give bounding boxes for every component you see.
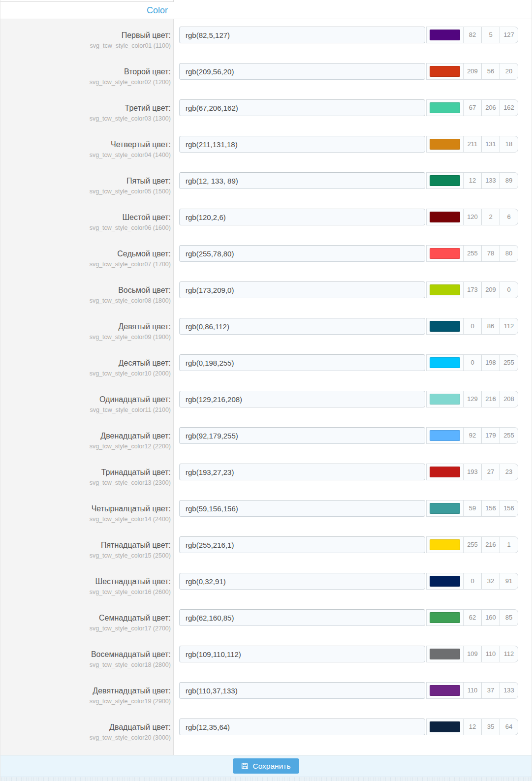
top-strip xyxy=(0,0,532,2)
color-swatch[interactable] xyxy=(426,99,464,116)
swatch-group: 193 27 23 xyxy=(426,464,518,480)
field-code: svg_tcw_style_color15 (2500) xyxy=(0,552,171,560)
field-label: Шестой цвет: xyxy=(0,213,171,222)
field-code: svg_tcw_style_color10 (2000) xyxy=(0,370,171,377)
red-value: 255 xyxy=(464,536,482,553)
blue-value: 64 xyxy=(500,719,518,735)
color-row: Первый цвет: svg_tcw_style_color01 (1100… xyxy=(0,27,532,63)
color-row: Шестнадцатый цвет: svg_tcw_style_color16… xyxy=(0,573,532,609)
red-value: 129 xyxy=(464,391,482,407)
form-rows: Первый цвет: svg_tcw_style_color01 (1100… xyxy=(0,19,532,755)
rgb-input[interactable] xyxy=(179,682,425,699)
color-swatch-fill xyxy=(430,248,460,259)
field-code: svg_tcw_style_color16 (2600) xyxy=(0,589,171,596)
green-value: 209 xyxy=(482,281,500,298)
rgb-input[interactable] xyxy=(179,464,425,480)
red-value: 0 xyxy=(464,318,482,335)
tab-color[interactable]: Color xyxy=(0,2,174,19)
color-swatch[interactable] xyxy=(426,281,464,298)
color-swatch[interactable] xyxy=(426,63,464,80)
green-value: 156 xyxy=(482,500,500,517)
color-row: Второй цвет: svg_tcw_style_color02 (1200… xyxy=(0,63,532,99)
rgb-input[interactable] xyxy=(179,391,425,407)
red-value: 12 xyxy=(464,172,482,189)
rgb-input[interactable] xyxy=(179,427,425,444)
swatch-group: 62 160 85 xyxy=(426,609,518,626)
row-label: Двадцатый цвет: svg_tcw_style_color20 (3… xyxy=(0,719,174,755)
field-code: svg_tcw_style_color04 (1400) xyxy=(0,152,171,159)
color-swatch[interactable] xyxy=(426,172,464,189)
rgb-input[interactable] xyxy=(179,245,425,262)
swatch-group: 0 198 255 xyxy=(426,354,518,371)
red-value: 92 xyxy=(464,427,482,444)
field-label: Девятнадцатый цвет: xyxy=(0,686,171,695)
blue-value: 0 xyxy=(500,281,518,298)
color-swatch[interactable] xyxy=(426,209,464,225)
row-content: 209 56 20 xyxy=(174,63,532,99)
row-content: 0 86 112 xyxy=(174,318,532,354)
green-value: 86 xyxy=(482,318,500,335)
color-swatch[interactable] xyxy=(426,536,464,553)
red-value: 59 xyxy=(464,500,482,517)
color-row: Одинадцатый цвет: svg_tcw_style_color11 … xyxy=(0,391,532,427)
rgb-input[interactable] xyxy=(179,609,425,626)
color-swatch[interactable] xyxy=(426,136,464,153)
row-content: 12 133 89 xyxy=(174,172,532,209)
rgb-input[interactable] xyxy=(179,136,425,153)
rgb-input[interactable] xyxy=(179,281,425,298)
rgb-input[interactable] xyxy=(179,172,425,189)
rgb-input[interactable] xyxy=(179,500,425,517)
rgb-input[interactable] xyxy=(179,63,425,80)
rgb-input[interactable] xyxy=(179,99,425,116)
field-label: Седьмой цвет: xyxy=(0,249,171,258)
green-value: 78 xyxy=(482,245,500,262)
rgb-input[interactable] xyxy=(179,536,425,553)
rgb-input[interactable] xyxy=(179,27,425,43)
row-content: 92 179 255 xyxy=(174,427,532,464)
swatch-group: 211 131 18 xyxy=(426,136,518,153)
rgb-input[interactable] xyxy=(179,573,425,590)
red-value: 12 xyxy=(464,719,482,735)
green-value: 56 xyxy=(482,63,500,80)
swatch-group: 82 5 127 xyxy=(426,27,518,43)
color-swatch[interactable] xyxy=(426,27,464,43)
blue-value: 162 xyxy=(500,99,518,116)
field-label: Двенадцатый цвет: xyxy=(0,431,171,440)
row-label: Двенадцатый цвет: svg_tcw_style_color12 … xyxy=(0,427,174,464)
field-label: Третий цвет: xyxy=(0,103,171,113)
color-swatch[interactable] xyxy=(426,318,464,335)
rgb-input[interactable] xyxy=(179,719,425,735)
color-swatch[interactable] xyxy=(426,427,464,444)
swatch-group: 255 216 1 xyxy=(426,536,518,553)
color-swatch[interactable] xyxy=(426,609,464,626)
color-swatch-fill xyxy=(430,649,460,659)
color-swatch[interactable] xyxy=(426,391,464,407)
color-swatch[interactable] xyxy=(426,464,464,480)
row-content: 173 209 0 xyxy=(174,281,532,318)
save-button-label: Сохранить xyxy=(252,762,290,771)
save-button[interactable]: Сохранить xyxy=(233,758,299,774)
rgb-input[interactable] xyxy=(179,646,425,662)
color-swatch[interactable] xyxy=(426,573,464,590)
color-swatch[interactable] xyxy=(426,354,464,371)
tab-bar: Color xyxy=(0,2,532,19)
red-value: 62 xyxy=(464,609,482,626)
color-row: Пятнадцатый цвет: svg_tcw_style_color15 … xyxy=(0,536,532,573)
red-value: 109 xyxy=(464,646,482,662)
color-swatch[interactable] xyxy=(426,500,464,517)
row-label: Первый цвет: svg_tcw_style_color01 (1100… xyxy=(0,27,174,63)
color-swatch[interactable] xyxy=(426,245,464,262)
rgb-input[interactable] xyxy=(179,354,425,371)
color-swatch[interactable] xyxy=(426,719,464,735)
swatch-group: 209 56 20 xyxy=(426,63,518,80)
green-value: 110 xyxy=(482,646,500,662)
rgb-input[interactable] xyxy=(179,318,425,335)
color-swatch[interactable] xyxy=(426,646,464,662)
swatch-group: 59 156 156 xyxy=(426,500,518,517)
color-swatch[interactable] xyxy=(426,682,464,699)
color-row: Семнадцатый цвет: svg_tcw_style_color17 … xyxy=(0,609,532,646)
field-code: svg_tcw_style_color19 (2900) xyxy=(0,698,171,705)
rgb-input[interactable] xyxy=(179,209,425,225)
color-settings-page: Color Первый цвет: svg_tcw_style_color01… xyxy=(0,0,532,781)
row-label: Десятый цвет: svg_tcw_style_color10 (200… xyxy=(0,354,174,391)
